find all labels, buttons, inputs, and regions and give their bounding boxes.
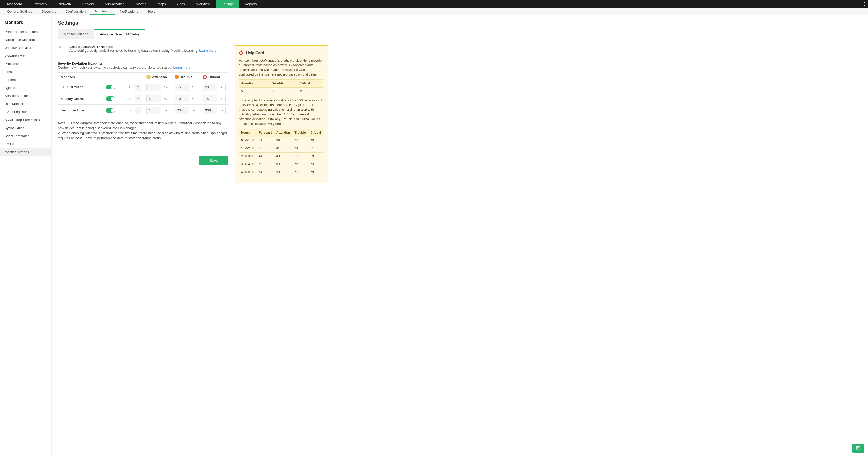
unit-label: % xyxy=(218,95,225,103)
row-toggle[interactable] xyxy=(106,85,115,89)
tab-monitor-settings[interactable]: Monitor Settings xyxy=(58,29,94,39)
subnav-item-notifications[interactable]: Notifications xyxy=(115,8,143,15)
nav-item-virtualization[interactable]: Virtualization xyxy=(100,0,130,8)
sidebar-item-url-monitors[interactable]: URL Monitors xyxy=(0,100,52,108)
help-card: Help Card For each hour, OpManager's pre… xyxy=(235,45,328,183)
nav-item-workflow[interactable]: Workflow xyxy=(191,0,216,8)
note-text: Note: 1. Once Adaptive thresholds are en… xyxy=(58,120,228,141)
sidebar-item-performance-monitors[interactable]: Performance Monitors xyxy=(0,28,52,36)
sidebar-item-event-log-rules[interactable]: Event Log Rules xyxy=(0,108,52,116)
operator-select[interactable] xyxy=(135,107,141,114)
attention-value-input[interactable] xyxy=(147,84,161,91)
col-operator xyxy=(123,73,144,82)
sidebar-title: Monitors xyxy=(0,15,52,28)
sidebar-item-files[interactable]: Files xyxy=(0,68,52,76)
enable-adaptive-desc: Auto-configures dynamic thresholds by le… xyxy=(69,49,198,53)
nav-item-network[interactable]: Network xyxy=(53,0,77,8)
trouble-value-input[interactable] xyxy=(175,84,189,91)
unit-label: % xyxy=(162,84,169,91)
help-big-table: HoursForecastAttentionTroubleCritical 0:… xyxy=(239,129,323,176)
trouble-value-input[interactable] xyxy=(175,107,189,114)
nav-item-settings[interactable]: Settings xyxy=(216,0,239,8)
nav-item-apps[interactable]: Apps xyxy=(172,0,191,8)
monitor-name: CPU Utilization xyxy=(58,81,103,93)
critical-value-input[interactable] xyxy=(203,95,217,103)
top-nav: DashboardInventoryNetworkServersVirtuali… xyxy=(0,0,868,8)
unit-label: ms xyxy=(190,107,197,114)
sidebar-item-ipsla[interactable]: IPSLA xyxy=(0,140,52,148)
sidebar-item-service-monitors[interactable]: Service Monitors xyxy=(0,92,52,100)
sidebar-item-processes[interactable]: Processes xyxy=(0,60,52,68)
attention-value-input[interactable] xyxy=(147,107,161,114)
enable-adaptive-checkbox[interactable] xyxy=(58,45,62,49)
sidebar-item-vmware-events[interactable]: VMware Events xyxy=(0,52,52,60)
operator-display: > xyxy=(126,84,134,91)
sidebar-item-syslog-rules[interactable]: Syslog Rules xyxy=(0,124,52,132)
operator-display: > xyxy=(126,107,134,114)
col-trouble: !!Trouble xyxy=(172,73,200,82)
help-paragraph-1: For each hour, OpManager's predictive al… xyxy=(239,58,323,77)
sub-nav: General SettingsDiscoveryConfigurationMo… xyxy=(0,8,868,15)
more-menu-icon[interactable] xyxy=(864,0,865,8)
help-card-title: Help Card xyxy=(246,50,264,56)
chat-button[interactable] xyxy=(852,444,864,453)
unit-label: % xyxy=(190,95,197,103)
help-small-table: AttentionTroubleCritical 5815 xyxy=(239,79,323,95)
subnav-item-general-settings[interactable]: General Settings xyxy=(3,8,37,15)
nav-item-dashboard[interactable]: Dashboard xyxy=(0,0,28,8)
sidebar: Monitors Performance MonitorsApplication… xyxy=(0,15,52,456)
subnav-item-discovery[interactable]: Discovery xyxy=(37,8,61,15)
tab-adaptive-threshold-beta[interactable]: Adaptive Threshold (Beta) xyxy=(94,29,145,39)
critical-icon: ✕ xyxy=(203,75,207,79)
nav-item-alarms[interactable]: Alarms xyxy=(130,0,152,8)
severity-learn-more-link[interactable]: Learn more xyxy=(173,65,190,69)
tab-bar: Monitor SettingsAdaptive Threshold (Beta… xyxy=(58,29,868,39)
table-row: Memory Utilization>%%% xyxy=(58,93,228,105)
table-row: Response Time>msmsms xyxy=(58,105,228,116)
operator-select[interactable] xyxy=(135,95,141,103)
monitor-name: Memory Utilization xyxy=(58,93,103,105)
deviation-table: Monitors !Attention !!Trouble ✕Critical xyxy=(58,73,228,116)
monitor-name: Response Time xyxy=(58,105,103,116)
help-paragraph-2: For example, if the forecast value for t… xyxy=(239,98,323,126)
table-row: CPU Utilization>%%% xyxy=(58,81,228,93)
subnav-item-configuration[interactable]: Configuration xyxy=(61,8,90,15)
save-button[interactable]: Save xyxy=(199,156,228,165)
nav-item-reports[interactable]: Reports xyxy=(239,0,262,8)
sidebar-item-script-templates[interactable]: Script Templates xyxy=(0,132,52,140)
learn-more-link[interactable]: Learn more xyxy=(199,49,216,53)
col-attention: !Attention xyxy=(144,73,172,82)
enable-adaptive-row: Enable Adaptive Threshold Auto-configure… xyxy=(58,45,228,56)
sidebar-item-agents[interactable]: Agents xyxy=(0,84,52,92)
trouble-icon: !! xyxy=(175,75,179,79)
nav-item-servers[interactable]: Servers xyxy=(77,0,100,8)
page-title: Settings xyxy=(58,20,868,26)
row-toggle[interactable] xyxy=(106,108,115,113)
col-monitors: Monitors xyxy=(58,73,123,82)
col-critical: ✕Critical xyxy=(200,73,228,82)
subnav-item-tools[interactable]: Tools xyxy=(143,8,160,15)
sidebar-item-application-monitors[interactable]: Application Monitors xyxy=(0,36,52,44)
critical-value-input[interactable] xyxy=(203,107,217,114)
sidebar-item-snmp-trap-processors[interactable]: SNMP Trap Processors xyxy=(0,116,52,124)
nav-item-inventory[interactable]: Inventory xyxy=(28,0,53,8)
unit-label: ms xyxy=(162,107,169,114)
attention-value-input[interactable] xyxy=(147,95,161,103)
enable-adaptive-title: Enable Adaptive Threshold xyxy=(69,45,216,49)
sidebar-item-windows-services[interactable]: Windows Services xyxy=(0,44,52,52)
trouble-value-input[interactable] xyxy=(175,95,189,103)
sidebar-item-monitor-settings[interactable]: Monitor Settings xyxy=(0,148,52,156)
row-toggle[interactable] xyxy=(106,96,115,101)
operator-select[interactable] xyxy=(135,84,141,91)
subnav-item-monitoring[interactable]: Monitoring xyxy=(90,8,115,15)
help-icon xyxy=(239,51,243,55)
unit-label: % xyxy=(162,95,169,103)
critical-value-input[interactable] xyxy=(203,84,217,91)
sidebar-item-folders[interactable]: Folders xyxy=(0,76,52,84)
severity-subtitle: Control how much your dynamic thresholds… xyxy=(58,65,172,69)
severity-title: Severity Deviation Mapping xyxy=(58,62,228,65)
unit-label: ms xyxy=(218,107,225,114)
operator-display: > xyxy=(126,95,134,103)
nav-item-maps[interactable]: Maps xyxy=(152,0,172,8)
unit-label: % xyxy=(218,84,225,91)
